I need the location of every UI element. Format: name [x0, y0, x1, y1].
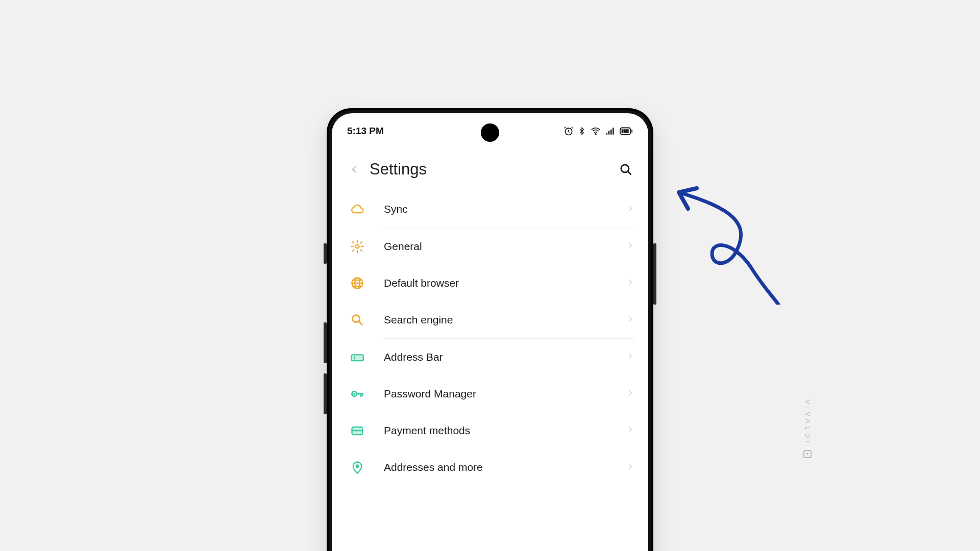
pin-icon [350, 460, 371, 474]
app-header: Settings [332, 140, 648, 191]
phone-mockup: 5:13 PM [327, 108, 653, 551]
chevron-right-icon [627, 350, 634, 364]
settings-item-label: Addresses and more [371, 461, 627, 473]
signal-icon [605, 127, 616, 136]
svg-rect-3 [608, 131, 610, 135]
bluetooth-icon [578, 126, 586, 136]
alarm-icon [564, 126, 574, 136]
settings-item-label: Address Bar [371, 351, 627, 363]
chevron-right-icon [627, 240, 634, 253]
settings-item-sync[interactable]: Sync [332, 191, 648, 228]
settings-item-default-browser[interactable]: Default browser [332, 265, 648, 302]
address-bar-icon [350, 350, 371, 364]
settings-item-search-engine[interactable]: Search engine [332, 302, 648, 338]
svg-rect-5 [612, 128, 614, 134]
vivaldi-watermark: VIVALDI [803, 399, 812, 458]
settings-item-password-manager[interactable]: Password Manager [332, 375, 648, 412]
settings-item-address-bar[interactable]: Address Bar [332, 339, 648, 375]
settings-item-label: Search engine [371, 314, 627, 326]
status-time: 5:13 PM [347, 126, 384, 137]
cloud-icon [350, 202, 371, 216]
settings-item-label: Sync [371, 203, 627, 215]
settings-item-label: Payment methods [371, 424, 627, 437]
svg-point-1 [595, 134, 596, 135]
svg-rect-7 [631, 130, 632, 133]
card-icon [350, 423, 371, 438]
annotation-arrow [669, 177, 796, 305]
settings-item-label: Password Manager [371, 388, 627, 400]
chevron-right-icon [627, 424, 634, 437]
watermark-text: VIVALDI [804, 399, 812, 446]
svg-rect-9 [623, 129, 625, 133]
gear-icon [350, 239, 371, 254]
back-button[interactable] [343, 158, 365, 181]
svg-rect-8 [622, 129, 623, 133]
chevron-right-icon [627, 203, 634, 216]
chevron-right-icon [627, 313, 634, 327]
settings-list[interactable]: SyncGeneralDefault browserSearch engineA… [332, 191, 648, 486]
wifi-icon [590, 126, 601, 136]
globe-icon [350, 276, 371, 290]
svg-rect-10 [625, 129, 627, 133]
svg-rect-2 [606, 133, 608, 134]
svg-line-13 [628, 171, 631, 174]
vivaldi-logo-icon [803, 450, 812, 458]
settings-item-label: General [371, 240, 627, 253]
settings-item-label: Default browser [371, 277, 627, 289]
chevron-right-icon [627, 387, 634, 400]
chevron-left-icon [350, 162, 359, 177]
key-icon [350, 387, 371, 401]
svg-rect-4 [610, 130, 612, 135]
settings-item-addresses-and-more[interactable]: Addresses and more [332, 449, 648, 486]
chevron-right-icon [627, 277, 634, 290]
chevron-right-icon [627, 461, 634, 474]
search-button[interactable] [615, 158, 637, 181]
magnifier-icon [619, 163, 632, 176]
battery-icon [620, 127, 633, 136]
settings-item-payment-methods[interactable]: Payment methods [332, 412, 648, 449]
page-title: Settings [365, 160, 615, 179]
search-icon [350, 313, 371, 327]
camera-punch-hole [481, 123, 499, 142]
svg-rect-11 [627, 129, 629, 133]
settings-item-general[interactable]: General [332, 228, 648, 265]
